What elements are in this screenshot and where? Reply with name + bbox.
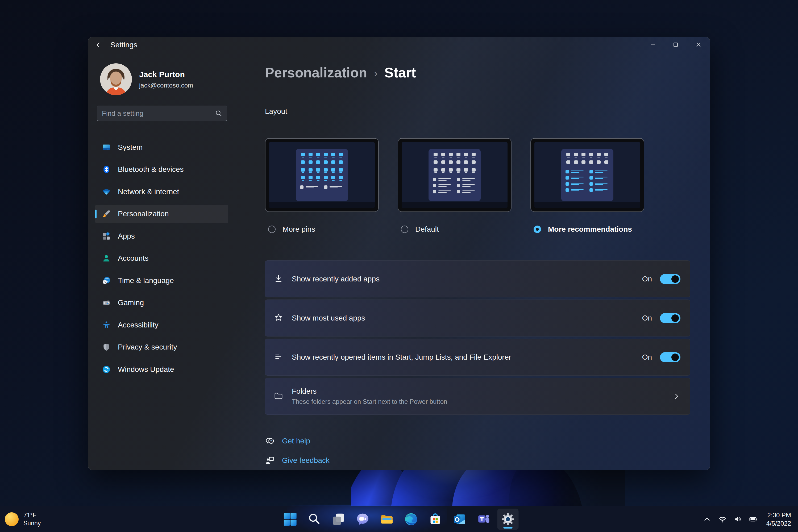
pin-tile: [433, 153, 439, 158]
settings-row-folder[interactable]: FoldersThese folders appear on Start nex…: [265, 378, 690, 415]
layout-radio-row[interactable]: More pins: [265, 225, 379, 233]
feedback-link[interactable]: Give feedback: [265, 454, 329, 467]
maximize-icon: [672, 41, 679, 48]
pin-tile: [330, 176, 336, 182]
layout-options: More pinsDefaultMore recommendations: [265, 138, 644, 233]
accessibility-icon: [102, 321, 111, 329]
pin-tile: [573, 153, 579, 158]
settings-rows: Show recently added appsOnShow most used…: [265, 261, 690, 415]
layout-option-label: More pins: [283, 225, 315, 233]
sidebar-nav: SystemBluetooth & devicesNetwork & inter…: [95, 138, 228, 379]
star-icon: [274, 313, 283, 323]
pin-tile: [300, 176, 306, 182]
layout-radio-row[interactable]: Default: [398, 225, 512, 233]
taskbar-task-view-button[interactable]: [328, 509, 349, 530]
radio-unselected[interactable]: [401, 226, 408, 233]
toggle-switch[interactable]: [660, 352, 680, 362]
taskbar-search-button[interactable]: [304, 509, 325, 530]
get-help-link[interactable]: ?Get help: [265, 434, 329, 448]
tray-wifi-icon[interactable]: [718, 515, 727, 524]
maximize-button[interactable]: [664, 37, 687, 52]
sidebar-item-network[interactable]: Network & internet: [95, 183, 228, 201]
taskbar-settings-button[interactable]: [497, 509, 519, 530]
pin-tile: [323, 168, 329, 174]
close-icon: [695, 41, 702, 48]
minimize-button[interactable]: [641, 37, 664, 52]
recommended-item: [300, 185, 320, 189]
pin-tile: [300, 153, 306, 158]
recommended-item: [433, 190, 453, 193]
layout-preview-screen: [269, 142, 375, 208]
recommended-item: [566, 176, 585, 179]
layout-preview-monitor[interactable]: [398, 138, 512, 212]
layout-preview-screen: [534, 142, 640, 208]
layout-option: Default: [398, 138, 512, 233]
pin-tile: [338, 160, 344, 166]
search-icon: [307, 512, 322, 527]
radio-unselected[interactable]: [268, 226, 276, 233]
layout-preview-monitor[interactable]: [530, 138, 644, 212]
taskbar-teams-button[interactable]: [473, 509, 494, 530]
sidebar-item-bluetooth[interactable]: Bluetooth & devices: [95, 160, 228, 179]
sidebar-item-label: Bluetooth & devices: [118, 165, 184, 174]
sidebar-item-system[interactable]: System: [95, 138, 228, 156]
taskbar-store-button[interactable]: [425, 509, 446, 530]
taskbar-start-button[interactable]: [280, 509, 301, 530]
settings-row-label: Show most used apps: [292, 314, 642, 322]
recommended-item: [589, 170, 609, 173]
pin-tile: [308, 153, 314, 158]
layout-preview-monitor[interactable]: [265, 138, 379, 212]
pin-tile: [596, 153, 602, 158]
breadcrumb-parent[interactable]: Personalization: [265, 65, 367, 81]
pin-tile: [315, 176, 321, 182]
breadcrumb-separator-icon: ›: [374, 68, 377, 79]
sidebar-item-accessibility[interactable]: Accessibility: [95, 316, 228, 334]
tray-volume-icon[interactable]: [733, 515, 742, 524]
pin-tile: [463, 160, 469, 166]
sidebar-item-gaming[interactable]: Gaming: [95, 294, 228, 312]
recommended-list: [300, 185, 344, 189]
breadcrumb: Personalization › Start: [265, 65, 416, 81]
settings-row-label: Folders: [292, 387, 672, 396]
taskbar-edge-button[interactable]: [401, 509, 422, 530]
close-button[interactable]: [687, 37, 710, 52]
taskbar-outlook-button[interactable]: [449, 509, 470, 530]
sidebar-item-privacy[interactable]: Privacy & security: [95, 338, 228, 357]
weather-widget[interactable]: 71°F Sunny: [5, 506, 41, 532]
radio-selected[interactable]: [534, 226, 541, 233]
tray-battery-icon[interactable]: [749, 515, 758, 524]
start-menu-preview: [296, 149, 348, 201]
get-help-icon: ?: [265, 436, 275, 446]
pin-tile: [300, 160, 306, 166]
taskbar-chat-button[interactable]: [352, 509, 374, 530]
back-button[interactable]: [93, 39, 106, 51]
settings-row-label: Show recently opened items in Start, Jum…: [292, 353, 642, 361]
sidebar-item-time-language[interactable]: Time & language: [95, 271, 228, 290]
search-icon[interactable]: [215, 109, 223, 117]
recent-items-icon: [274, 352, 283, 363]
pin-tile: [471, 160, 477, 166]
sidebar-item-accounts[interactable]: Accounts: [95, 249, 228, 268]
sidebar-item-windows-update[interactable]: Windows Update: [95, 360, 228, 379]
recommended-item: [457, 178, 476, 181]
settings-row-star: Show most used appsOn: [265, 300, 690, 337]
toggle-switch[interactable]: [660, 313, 680, 323]
toggle-state-label: On: [642, 353, 652, 361]
settings-row-download: Show recently added appsOn: [265, 261, 690, 298]
layout-option: More recommendations: [530, 138, 644, 233]
layout-radio-row[interactable]: More recommendations: [530, 225, 644, 233]
sidebar-item-personalization[interactable]: Personalization: [95, 205, 228, 223]
sidebar-item-label: Windows Update: [118, 365, 174, 374]
privacy-icon: [102, 343, 111, 352]
sidebar-item-apps[interactable]: Apps: [95, 227, 228, 245]
taskbar-file-explorer-button[interactable]: [376, 509, 398, 530]
pin-tile: [300, 168, 306, 174]
search-input[interactable]: [97, 109, 215, 118]
clock[interactable]: 2:30 PM 4/5/2022: [766, 511, 791, 528]
gaming-icon: [102, 298, 111, 307]
recommended-item: [324, 185, 344, 189]
toggle-switch[interactable]: [660, 274, 680, 284]
active-app-indicator: [504, 527, 513, 529]
tray-chevron-up-icon[interactable]: [703, 515, 711, 524]
sidebar-item-label: Privacy & security: [118, 343, 177, 352]
